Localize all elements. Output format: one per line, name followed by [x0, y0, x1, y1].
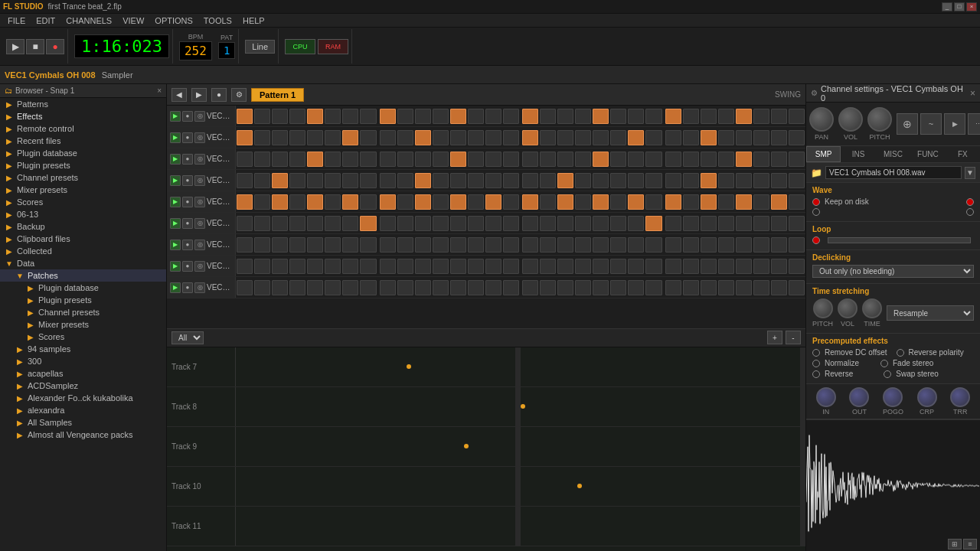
beat-btn-2-14[interactable] — [485, 152, 501, 167]
cs-arrow-button[interactable]: ▶ — [944, 113, 965, 135]
beat-btn-8-17[interactable] — [540, 280, 556, 295]
beat-ctrl-btn-7-1[interactable]: ● — [182, 261, 193, 272]
tab-smp[interactable]: SMP — [806, 146, 841, 162]
beat-btn-7-27[interactable] — [718, 259, 734, 274]
beat-btn-2-15[interactable] — [503, 152, 519, 167]
beat-btn-1-29[interactable] — [753, 130, 769, 145]
beat-btn-3-18[interactable] — [557, 173, 573, 188]
beat-btn-1-4[interactable] — [307, 130, 323, 145]
beat-btn-2-17[interactable] — [540, 152, 556, 167]
browser-item-8[interactable]: ▶Scores — [0, 196, 166, 208]
beat-btn-8-7[interactable] — [360, 280, 376, 295]
beat-ctrl-btn-1-0[interactable]: ▶ — [170, 132, 181, 143]
beat-btn-5-4[interactable] — [307, 216, 323, 231]
browser-item-2[interactable]: ▶Remote control — [0, 122, 166, 135]
beat-btn-5-7[interactable] — [360, 216, 376, 231]
beat-btn-7-0[interactable] — [237, 259, 253, 274]
browser-item-7[interactable]: ▶Mixer presets — [0, 184, 166, 196]
beat-btn-4-2[interactable] — [272, 194, 288, 210]
roll-grid-0[interactable] — [236, 347, 805, 386]
beat-btn-6-28[interactable] — [736, 237, 752, 253]
beat-btn-2-19[interactable] — [575, 152, 591, 167]
beat-btn-1-17[interactable] — [540, 130, 556, 145]
beat-btn-6-23[interactable] — [645, 237, 662, 253]
menu-options[interactable]: OPTIONS — [150, 15, 198, 26]
beat-btn-3-1[interactable] — [254, 173, 270, 188]
beat-btn-0-9[interactable] — [397, 109, 413, 124]
beat-btn-7-1[interactable] — [254, 259, 270, 274]
beat-btn-3-22[interactable] — [628, 173, 644, 188]
beat-btn-6-4[interactable] — [307, 237, 323, 253]
beat-btn-4-15[interactable] — [503, 194, 519, 210]
beat-btn-7-3[interactable] — [289, 259, 305, 274]
beat-btn-8-8[interactable] — [380, 280, 396, 295]
beat-btn-8-6[interactable] — [342, 280, 358, 295]
menu-channels[interactable]: CHANNELS — [61, 15, 116, 26]
browser-item-1[interactable]: ▶Effects — [0, 110, 166, 122]
beat-btn-4-31[interactable] — [789, 194, 805, 210]
beat-btn-2-30[interactable] — [771, 152, 787, 167]
beat-btn-7-31[interactable] — [789, 259, 805, 274]
beat-btn-2-22[interactable] — [628, 152, 644, 167]
beat-btn-0-22[interactable] — [628, 109, 644, 124]
beat-btn-6-9[interactable] — [397, 237, 413, 253]
record-button[interactable]: ● — [46, 39, 64, 54]
wave-radio4[interactable] — [966, 208, 974, 216]
beat-ctrl-btn-8-1[interactable]: ● — [182, 282, 193, 293]
beat-btn-3-29[interactable] — [753, 173, 769, 188]
beat-btn-1-0[interactable] — [237, 130, 253, 145]
tab-fx[interactable]: FX — [946, 146, 980, 162]
beat-btn-1-26[interactable] — [701, 130, 717, 145]
beat-btn-4-23[interactable] — [645, 194, 662, 210]
beat-btn-0-20[interactable] — [593, 109, 609, 124]
beat-btn-4-19[interactable] — [575, 194, 591, 210]
beat-btn-8-29[interactable] — [753, 280, 769, 295]
beat-btn-4-6[interactable] — [342, 194, 358, 210]
beat-ctrl-btn-8-2[interactable]: ◎ — [194, 282, 205, 293]
roll-grid-2[interactable] — [236, 427, 805, 466]
beat-btn-2-27[interactable] — [718, 152, 734, 167]
browser-item-16[interactable]: ▶Plugin presets — [0, 294, 166, 306]
beat-btn-7-5[interactable] — [325, 259, 341, 274]
beat-btn-4-18[interactable] — [557, 194, 573, 210]
beat-ctrl-btn-2-1[interactable]: ● — [182, 154, 193, 165]
beat-ctrl-btn-6-2[interactable]: ◎ — [194, 240, 205, 250]
beat-btn-6-8[interactable] — [380, 237, 396, 253]
beat-btn-0-4[interactable] — [307, 109, 323, 124]
beat-btn-3-31[interactable] — [789, 173, 805, 188]
beat-btn-4-5[interactable] — [325, 194, 341, 210]
browser-item-22[interactable]: ▶acapellas — [0, 367, 166, 380]
browser-item-27[interactable]: ▶Almost all Vengeance packs — [0, 429, 166, 441]
beat-btn-1-19[interactable] — [575, 130, 591, 145]
beat-btn-7-7[interactable] — [360, 259, 376, 274]
beat-btn-0-30[interactable] — [771, 109, 787, 124]
beat-btn-4-16[interactable] — [522, 194, 538, 210]
pitch-knob[interactable] — [867, 107, 892, 132]
beat-btn-7-2[interactable] — [272, 259, 288, 274]
beat-btn-3-26[interactable] — [701, 173, 717, 188]
beat-btn-0-19[interactable] — [575, 109, 591, 124]
beat-ctrl-btn-5-1[interactable]: ● — [182, 218, 193, 229]
beat-btn-2-26[interactable] — [701, 152, 717, 167]
beat-btn-6-30[interactable] — [771, 237, 787, 253]
beat-btn-5-20[interactable] — [593, 216, 609, 231]
browser-item-25[interactable]: ▶alexandra — [0, 404, 166, 416]
browser-item-26[interactable]: ▶All Samples — [0, 416, 166, 429]
beat-btn-2-13[interactable] — [468, 152, 484, 167]
beat-btn-2-29[interactable] — [753, 152, 769, 167]
beat-btn-8-31[interactable] — [789, 280, 805, 295]
beat-btn-4-29[interactable] — [753, 194, 769, 210]
minimize-button[interactable]: _ — [942, 2, 952, 11]
beat-btn-4-4[interactable] — [307, 194, 323, 210]
beat-btn-0-25[interactable] — [683, 109, 699, 124]
beat-btn-3-11[interactable] — [433, 173, 449, 188]
beat-btn-8-2[interactable] — [272, 280, 288, 295]
beat-btn-1-10[interactable] — [415, 130, 431, 145]
beat-btn-5-5[interactable] — [325, 216, 341, 231]
beat-btn-3-3[interactable] — [289, 173, 305, 188]
beat-btn-1-16[interactable] — [522, 130, 538, 145]
beat-btn-1-7[interactable] — [360, 130, 376, 145]
beat-btn-2-25[interactable] — [683, 152, 699, 167]
beat-btn-0-29[interactable] — [753, 109, 769, 124]
cs-close-button[interactable]: × — [970, 88, 975, 99]
